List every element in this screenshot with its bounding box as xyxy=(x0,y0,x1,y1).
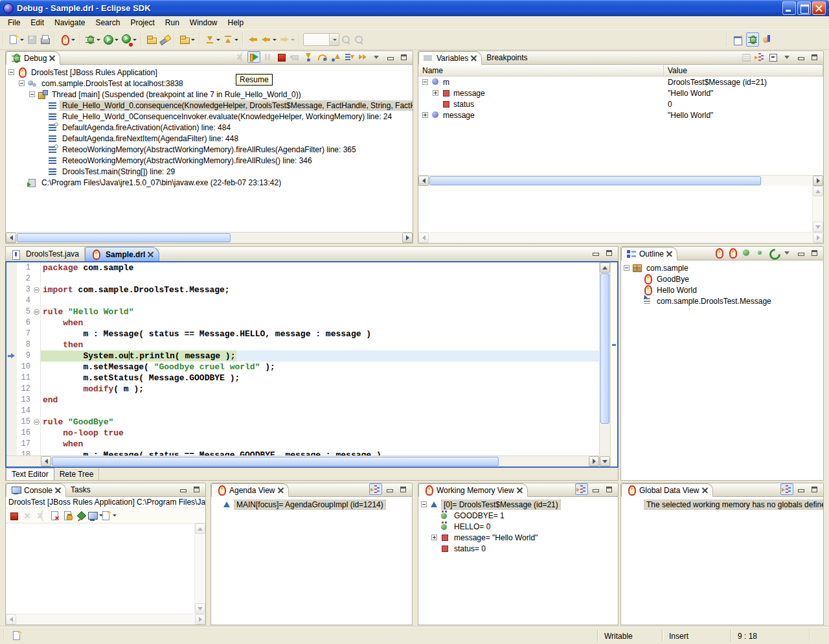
view-tab[interactable]: Console xyxy=(6,483,66,497)
scroll-thumb[interactable] xyxy=(600,273,609,424)
menu-item[interactable]: Search xyxy=(90,17,125,29)
sort-queries-button[interactable] xyxy=(726,247,739,259)
annotation-ruler[interactable] xyxy=(6,450,17,455)
editor-tab[interactable]: DroolsTest.java xyxy=(6,247,85,261)
scroll-down-button[interactable] xyxy=(600,456,610,466)
outline-row[interactable]: GoodBye xyxy=(621,273,823,284)
variable-row[interactable]: message "Hello World" xyxy=(418,87,823,98)
variable-row[interactable]: message "Hello World" xyxy=(418,109,823,121)
fact-row[interactable]: HELLO= 0 xyxy=(418,521,618,532)
tree-expander[interactable] xyxy=(19,179,25,185)
code-text[interactable] xyxy=(41,273,599,284)
view-tab[interactable]: Variables xyxy=(418,51,482,65)
annotation-ruler[interactable] xyxy=(6,373,17,384)
tab-working-memory-view[interactable]: Working Memory View xyxy=(418,483,528,497)
stack-frame-row[interactable]: DroolsTest.main(String[]) line: 29 xyxy=(6,166,413,177)
close-window-button[interactable] xyxy=(812,1,826,15)
code-line[interactable]: 18 m : Message( status == Message.GOODBY… xyxy=(6,450,599,455)
annotation-ruler[interactable] xyxy=(6,428,17,439)
folding-margin[interactable] xyxy=(32,450,41,455)
tree-expander[interactable] xyxy=(624,265,630,271)
minimize-view-button[interactable] xyxy=(794,247,807,259)
outline-row[interactable]: com.sample xyxy=(621,262,823,273)
java-perspective-button[interactable] xyxy=(760,32,773,47)
annotation-ruler[interactable] xyxy=(6,351,17,362)
folding-margin[interactable] xyxy=(32,395,41,406)
sort-rules-button[interactable] xyxy=(712,247,725,259)
tree-expander[interactable] xyxy=(29,91,35,97)
scroll-lock-button[interactable] xyxy=(62,510,74,522)
filter-globals-button[interactable] xyxy=(740,247,753,259)
menu-item[interactable]: Help xyxy=(223,17,249,29)
code-text[interactable]: when xyxy=(41,439,599,450)
code-text[interactable]: then xyxy=(41,339,599,351)
view-tab[interactable]: Breakpoints xyxy=(482,51,532,64)
fold-collapse-icon[interactable] xyxy=(34,419,40,425)
global-data-row[interactable]: The selected working memory has no globa… xyxy=(621,499,823,510)
annotation-ruler[interactable] xyxy=(6,406,17,417)
minimize-view-button[interactable] xyxy=(383,51,396,63)
console-output[interactable] xyxy=(6,523,205,614)
code-text[interactable]: m.setStatus( Message.GOODBYE ); xyxy=(41,373,599,384)
tree-expander[interactable] xyxy=(40,113,45,119)
annotation-ruler[interactable] xyxy=(6,262,17,273)
code-line[interactable]: 5 rule "Hello World" xyxy=(6,306,599,317)
tree-expander[interactable] xyxy=(634,287,640,293)
folding-margin[interactable] xyxy=(32,351,41,362)
next-annotation-button[interactable] xyxy=(203,32,221,47)
scroll-left-button[interactable] xyxy=(41,456,51,466)
stack-frame-row[interactable]: Rule_Hello_World_0.consequence(Knowledge… xyxy=(6,100,413,111)
annotation-mark[interactable] xyxy=(612,344,616,346)
outline-tree[interactable]: com.sample GoodBye Hello World xyxy=(621,260,823,480)
menu-item[interactable]: Navigate xyxy=(49,17,90,29)
tree-expander[interactable] xyxy=(421,501,427,507)
tree-expander[interactable] xyxy=(433,90,438,96)
pin-console-button[interactable] xyxy=(75,510,88,522)
folding-margin[interactable] xyxy=(32,406,41,417)
drools-wizard-button[interactable] xyxy=(58,32,76,47)
annotation-ruler[interactable] xyxy=(6,273,17,284)
debug-perspective-button[interactable] xyxy=(746,32,759,47)
code-text[interactable]: package com.sample xyxy=(41,262,599,273)
tree-expander[interactable] xyxy=(634,298,640,304)
scroll-thumb[interactable] xyxy=(429,176,761,185)
editor-mode-tab[interactable]: Text Editor xyxy=(6,468,54,480)
code-text[interactable]: import com.sample.DroolsTest.Message; xyxy=(41,284,599,295)
tree-expander[interactable] xyxy=(431,546,437,551)
code-text[interactable]: end xyxy=(41,395,599,406)
folding-margin[interactable] xyxy=(32,273,41,284)
code-text[interactable]: m : Message( status == Message.HELLO, me… xyxy=(41,328,599,339)
tree-expander[interactable] xyxy=(40,135,45,141)
code-line[interactable]: 11 m.setStatus( Message.GOODBYE ); xyxy=(6,373,599,384)
open-type-button[interactable] xyxy=(145,32,158,47)
minimize-window-button[interactable] xyxy=(782,1,796,15)
folding-margin[interactable] xyxy=(32,262,41,273)
tree-expander[interactable] xyxy=(8,69,14,75)
drl-editor[interactable]: 1 package com.sample 2 3 xyxy=(5,261,619,468)
code-line[interactable]: 17 when xyxy=(6,439,599,450)
folding-margin[interactable] xyxy=(32,284,41,295)
annotation-ruler[interactable] xyxy=(6,362,17,373)
code-line[interactable]: 12 modify( m ); xyxy=(6,384,599,395)
stack-frame-row[interactable]: DefaultAgenda.fireActivation(Activation)… xyxy=(6,122,413,133)
scroll-right-button[interactable] xyxy=(402,233,413,243)
folding-margin[interactable] xyxy=(32,384,41,395)
maximize-view-button[interactable] xyxy=(808,483,821,495)
overview-ruler[interactable] xyxy=(610,262,617,466)
stack-frame-row[interactable]: C:\Program Files\Java\jre1.5.0_07\bin\ja… xyxy=(6,177,413,188)
code-text[interactable] xyxy=(41,406,599,417)
menu-item[interactable]: Window xyxy=(185,17,223,29)
debug-view-menu-button[interactable] xyxy=(370,51,383,63)
folding-margin[interactable] xyxy=(32,417,41,428)
maximize-view-button[interactable] xyxy=(808,247,821,259)
tree-expander[interactable] xyxy=(40,146,45,152)
open-perspective-button[interactable] xyxy=(732,32,745,47)
variable-row[interactable]: status 0 xyxy=(418,98,823,109)
column-value[interactable]: Value xyxy=(664,65,823,76)
tree-expander[interactable] xyxy=(40,102,45,108)
annotation-ruler[interactable] xyxy=(6,439,17,450)
annotation-ruler[interactable] xyxy=(6,328,17,339)
show-logical-structure-button[interactable] xyxy=(753,51,766,63)
fact-row[interactable]: message= "Hello World" xyxy=(418,532,618,543)
code-text[interactable]: System.out.println( message ); xyxy=(41,351,599,362)
